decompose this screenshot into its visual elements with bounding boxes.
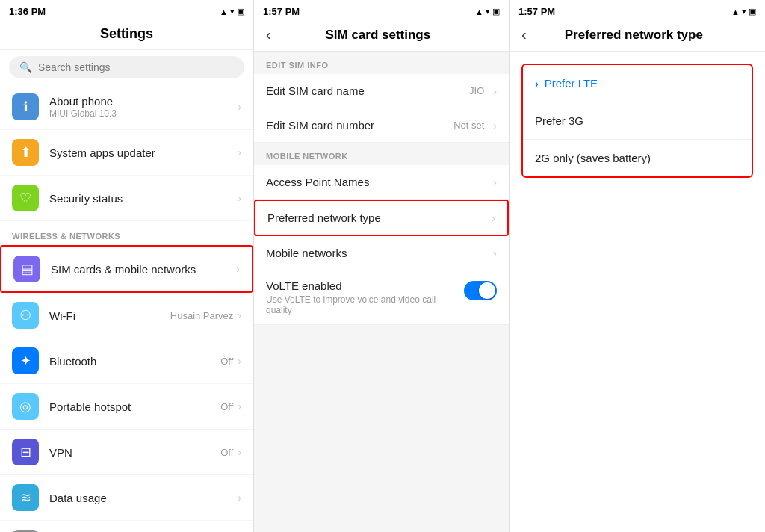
bluetooth-icon: ✦ xyxy=(12,347,39,374)
mobile-networks-item[interactable]: Mobile networks › xyxy=(254,236,509,270)
prefer-3g-label: Prefer 3G xyxy=(535,114,583,127)
sidebar-item-hotspot[interactable]: ◎ Portable hotspot Off › xyxy=(0,384,253,430)
section-wireless: WIRELESS & NETWORKS ▤ SIM cards & mobile… xyxy=(0,221,253,532)
preferred-network-panel: 1:57 PM ▲ ▾ ▣ ‹ Preferred network type ›… xyxy=(510,0,765,532)
prefer-lte-check: › xyxy=(535,78,539,90)
edit-sim-name-item[interactable]: Edit SIM card name JIO › xyxy=(254,74,509,108)
left-status-bar: 1:36 PM ▲ ▾ ▣ xyxy=(0,0,253,20)
sim-chevron: › xyxy=(236,263,240,275)
sidebar-item-sim-cards[interactable]: ▤ SIM cards & mobile networks › xyxy=(0,245,253,293)
settings-list: ℹ About phone MIUI Global 10.3 › ⬆ Syste… xyxy=(0,84,253,532)
data-usage-icon: ≋ xyxy=(12,484,39,511)
mid-header: ‹ SIM card settings xyxy=(254,20,509,52)
mid-back-button[interactable]: ‹ xyxy=(266,26,271,43)
sim-label: SIM cards & mobile networks xyxy=(51,263,236,276)
system-apps-chevron: › xyxy=(238,146,241,158)
system-apps-icon: ⬆ xyxy=(12,139,39,166)
apn-chevron: › xyxy=(493,176,497,188)
access-point-names-item[interactable]: Access Point Names › xyxy=(254,165,509,200)
mid-signal-icon: ▲ xyxy=(475,7,483,16)
mobile-networks-label: Mobile networks xyxy=(266,247,493,259)
right-header: ‹ Preferred network type xyxy=(510,20,765,52)
wifi-icon: ▾ xyxy=(230,7,235,16)
security-label: Security status xyxy=(49,192,238,205)
edit-sim-name-label: Edit SIM card name xyxy=(266,84,469,97)
edit-sim-number-label: Edit SIM card number xyxy=(266,119,453,132)
mid-status-bar: 1:57 PM ▲ ▾ ▣ xyxy=(254,0,509,20)
search-icon: 🔍 xyxy=(19,61,32,73)
preferred-network-label: Preferred network type xyxy=(267,211,492,224)
sidebar-item-more[interactable]: ••• More › xyxy=(0,521,253,532)
search-input[interactable] xyxy=(38,61,234,73)
about-phone-icon: ℹ xyxy=(12,93,39,120)
right-signal-icon: ▲ xyxy=(731,7,740,16)
vpn-chevron: › xyxy=(238,446,241,458)
preferred-network-chevron: › xyxy=(492,212,495,224)
edit-sim-number-item[interactable]: Edit SIM card number Not set › xyxy=(254,108,509,143)
signal-icon: ▲ xyxy=(220,7,228,16)
sidebar-item-about-phone[interactable]: ℹ About phone MIUI Global 10.3 › xyxy=(0,84,253,130)
vpn-value: Off xyxy=(220,447,233,458)
sidebar-item-system-apps[interactable]: ⬆ System apps updater › xyxy=(0,130,253,176)
network-option-2g-only[interactable]: 2G only (saves battery) xyxy=(523,140,752,176)
wireless-section-label: WIRELESS & NETWORKS xyxy=(0,221,253,245)
edit-sim-number-value: Not set xyxy=(453,120,484,131)
right-time: 1:57 PM xyxy=(518,6,555,17)
mid-panel-title: SIM card settings xyxy=(277,28,479,43)
hotspot-icon: ◎ xyxy=(12,393,39,420)
settings-title: Settings xyxy=(0,20,253,50)
edit-sim-name-value: JIO xyxy=(469,85,484,96)
prefer-lte-label: Prefer LTE xyxy=(545,77,598,90)
hotspot-label: Portable hotspot xyxy=(49,400,220,413)
sim-card-settings-panel: 1:57 PM ▲ ▾ ▣ ‹ SIM card settings EDIT S… xyxy=(254,0,510,532)
2g-only-label: 2G only (saves battery) xyxy=(535,152,651,164)
wifi-item-icon: ⚇ xyxy=(12,302,39,329)
vpn-icon: ⊟ xyxy=(12,439,39,466)
about-phone-sub: MIUI Global 10.3 xyxy=(49,108,238,119)
wifi-chevron: › xyxy=(238,309,241,321)
mid-content: EDIT SIM INFO Edit SIM card name JIO › E… xyxy=(254,52,509,532)
search-bar[interactable]: 🔍 xyxy=(9,56,244,78)
settings-panel: 1:36 PM ▲ ▾ ▣ Settings 🔍 ℹ About phone M… xyxy=(0,0,254,532)
mid-status-icons: ▲ ▾ ▣ xyxy=(475,7,500,16)
left-time: 1:36 PM xyxy=(9,6,46,17)
edit-sim-info-label: EDIT SIM INFO xyxy=(254,52,509,74)
bluetooth-label: Bluetooth xyxy=(49,355,220,368)
edit-sim-number-chevron: › xyxy=(493,120,497,132)
volte-item[interactable]: VoLTE enabled Use VoLTE to improve voice… xyxy=(254,270,509,325)
left-status-icons: ▲ ▾ ▣ xyxy=(220,7,244,16)
data-usage-chevron: › xyxy=(238,492,241,504)
volte-sub: Use VoLTE to improve voice and video cal… xyxy=(266,294,455,315)
hotspot-chevron: › xyxy=(238,400,241,412)
right-battery-icon: ▣ xyxy=(749,7,756,16)
right-status-icons: ▲ ▾ ▣ xyxy=(731,7,756,16)
network-option-prefer-lte[interactable]: › Prefer LTE xyxy=(523,65,752,102)
right-panel-title: Preferred network type xyxy=(533,28,735,43)
about-phone-chevron: › xyxy=(238,101,241,113)
sidebar-item-vpn[interactable]: ⊟ VPN Off › xyxy=(0,430,253,475)
mid-battery-icon: ▣ xyxy=(492,7,500,16)
right-back-button[interactable]: ‹ xyxy=(521,26,527,43)
right-status-bar: 1:57 PM ▲ ▾ ▣ xyxy=(510,0,765,20)
volte-toggle[interactable] xyxy=(464,281,497,300)
sidebar-item-bluetooth[interactable]: ✦ Bluetooth Off › xyxy=(0,338,253,384)
mid-wifi-icon: ▾ xyxy=(486,7,490,16)
sim-icon: ▤ xyxy=(13,256,40,282)
security-icon: ♡ xyxy=(12,185,39,211)
bluetooth-chevron: › xyxy=(238,355,241,367)
wifi-value: Husain Parvez xyxy=(170,310,234,321)
mobile-networks-chevron: › xyxy=(493,247,497,259)
sidebar-item-security[interactable]: ♡ Security status › xyxy=(0,176,253,221)
hotspot-value: Off xyxy=(220,401,233,412)
data-usage-label: Data usage xyxy=(49,492,238,504)
battery-icon: ▣ xyxy=(237,7,244,16)
vpn-label: VPN xyxy=(49,446,220,459)
wifi-label: Wi-Fi xyxy=(49,309,170,322)
about-phone-label: About phone xyxy=(49,95,238,108)
sidebar-item-data-usage[interactable]: ≋ Data usage › xyxy=(0,475,253,521)
network-option-prefer-3g[interactable]: Prefer 3G xyxy=(523,102,752,140)
sidebar-item-wifi[interactable]: ⚇ Wi-Fi Husain Parvez › xyxy=(0,293,253,338)
edit-sim-name-chevron: › xyxy=(493,85,497,97)
preferred-network-type-item[interactable]: Preferred network type › xyxy=(254,200,509,236)
right-wifi-icon: ▾ xyxy=(742,7,746,16)
